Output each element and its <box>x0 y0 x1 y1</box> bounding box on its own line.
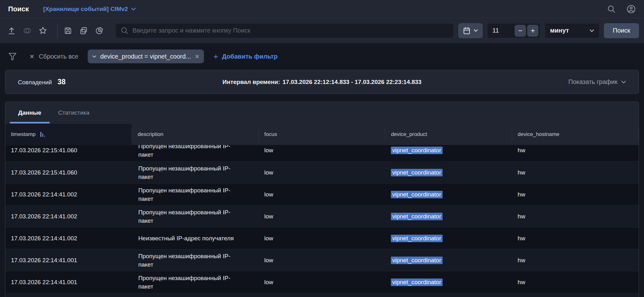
cell-device-hostname: hw <box>512 206 639 227</box>
table-row[interactable]: 17.03.2026 22:15:41.060 Пропущен незашиф… <box>5 161 639 183</box>
chevron-down-icon <box>589 29 594 32</box>
time-range-stepper: 11 − + <box>487 23 540 38</box>
sort-icon[interactable] <box>40 131 46 138</box>
cell-device-hostname: hw <box>512 145 639 161</box>
cell-device-product: vipnet_coordinator <box>385 227 512 249</box>
search-toolbar: 11 − + минут Поиск <box>0 18 644 43</box>
cell-device-product: vipnet_coordinator <box>385 249 512 271</box>
search-icon <box>121 27 129 35</box>
star-icon <box>39 26 47 35</box>
column-header-description[interactable]: description <box>132 124 258 145</box>
highlighted-value: vipnet_coordinator <box>391 191 442 198</box>
show-chart-toggle[interactable]: Показать график <box>569 78 626 86</box>
cell-device-hostname: hw <box>512 162 639 183</box>
calendar-icon <box>463 27 470 35</box>
user-account-button[interactable] <box>626 4 636 14</box>
table-row[interactable]: 17.03.2026 22:14:41.001 Пропущен незашиф… <box>5 249 639 271</box>
cell-focus: low <box>259 249 385 271</box>
cell-description: Пропущен незашифрованный IP- пакет <box>132 145 258 161</box>
cell-focus: low <box>259 227 385 249</box>
query-input[interactable] <box>132 27 449 34</box>
tab-data[interactable]: Данные <box>10 102 50 124</box>
results-tabs: Данные Статистика <box>5 102 639 124</box>
cell-device-product: vipnet_coordinator <box>385 184 512 205</box>
page-title: Поиск <box>8 5 29 13</box>
correlation-button[interactable] <box>23 27 31 35</box>
favorite-button[interactable] <box>39 27 47 35</box>
cell-description: Пропущен незашифрованный IP- пакет <box>132 184 258 205</box>
workspace-label: [Хранилище событий] CIMv2 <box>43 6 128 13</box>
highlighted-value: vipnet_coordinator <box>391 257 442 264</box>
search-icon <box>607 5 616 13</box>
user-icon <box>626 4 636 14</box>
chevron-down-icon <box>621 81 626 84</box>
filter-chip-label: device_product = vipnet_coord... <box>100 53 191 60</box>
upload-icon <box>8 27 16 35</box>
table-header: timestamp description focus device_produ… <box>5 124 639 145</box>
cell-device-hostname: hw <box>512 249 639 271</box>
cell-timestamp: 17.03.2026 22:14:41.001 <box>5 249 132 271</box>
decrement-button[interactable]: − <box>515 25 526 37</box>
cell-focus: low <box>259 162 385 183</box>
cell-device-product: vipnet_coordinator <box>385 271 512 293</box>
date-picker-button[interactable] <box>458 23 483 38</box>
copy-icon <box>80 27 88 35</box>
time-unit-select[interactable]: минут <box>545 23 600 38</box>
add-filter-button[interactable]: + Добавить фильтр <box>213 52 278 60</box>
close-icon: ✕ <box>195 53 200 60</box>
time-unit-value: минут <box>550 27 569 34</box>
column-header-device-hostname[interactable]: device_hostname <box>512 124 639 145</box>
cell-description: Пропущен незашифрованный IP- пакет <box>132 206 258 227</box>
highlighted-value: vipnet_coordinator <box>391 169 442 176</box>
cell-description: Пропущен незашифрованный IP- пакет <box>132 249 258 271</box>
time-range-value[interactable]: 11 <box>492 27 499 34</box>
cell-description: Пропущен незашифрованный IP- пакет <box>132 162 258 183</box>
workspace-selector[interactable]: [Хранилище событий] CIMv2 <box>43 6 136 13</box>
column-header-timestamp[interactable]: timestamp <box>5 124 132 145</box>
time-interval: Интервал времени:17.03.2026 22:12:14.833… <box>5 79 639 86</box>
plus-icon: + <box>213 52 218 60</box>
cell-focus: low <box>259 271 385 293</box>
export-button[interactable] <box>8 27 16 35</box>
clear-all-filters-button[interactable]: ✕ Сбросить все <box>29 53 78 60</box>
statistics-button[interactable] <box>95 27 103 35</box>
clear-all-label: Сбросить все <box>39 53 78 60</box>
cell-timestamp: 17.03.2026 22:14:41.002 <box>5 227 132 249</box>
search-submit-button[interactable]: Поиск <box>604 23 639 38</box>
table-row[interactable]: 17.03.2026 22:14:41.002 Пропущен незашиф… <box>5 183 639 205</box>
tab-statistics[interactable]: Статистика <box>50 102 98 124</box>
table-row[interactable]: 17.03.2026 22:14:41.001 Пропущен незашиф… <box>5 271 639 293</box>
venn-icon <box>23 27 32 35</box>
table-row[interactable]: 17.03.2026 22:15:41.060 Пропущен незашиф… <box>5 145 639 161</box>
pie-chart-icon <box>95 27 103 35</box>
table-row[interactable]: 17.03.2026 22:14:41.002 Неизвестный IP-а… <box>5 227 639 249</box>
column-header-focus[interactable]: focus <box>259 124 385 145</box>
copy-button[interactable] <box>80 27 88 35</box>
add-filter-label: Добавить фильтр <box>222 53 278 60</box>
cell-device-hostname: hw <box>512 184 639 205</box>
cell-timestamp: 17.03.2026 22:14:41.002 <box>5 184 132 205</box>
filter-chip[interactable]: device_product = vipnet_coord... ✕ <box>88 50 204 63</box>
top-bar: Поиск [Хранилище событий] CIMv2 <box>0 0 644 18</box>
chevron-down-icon <box>92 55 96 58</box>
highlighted-value: vipnet_coordinator <box>391 147 442 154</box>
show-chart-label: Показать график <box>569 78 618 86</box>
cell-focus: low <box>259 206 385 227</box>
time-interval-value: 17.03.2026 22:12:14.833 - 17.03.2026 22:… <box>283 79 422 85</box>
query-input-field[interactable] <box>115 23 454 38</box>
table-body[interactable]: 17.03.2026 22:15:41.060 Пропущен незашиф… <box>5 145 639 297</box>
cell-device-hostname: hw <box>512 271 639 293</box>
save-query-button[interactable] <box>64 27 72 35</box>
filter-bar: ✕ Сбросить все device_product = vipnet_c… <box>0 43 644 70</box>
results-panel: Данные Статистика timestamp description … <box>5 102 639 297</box>
remove-filter-button[interactable]: ✕ <box>195 53 200 60</box>
cell-device-product: vipnet_coordinator <box>385 145 512 161</box>
table-row[interactable]: 17.03.2026 22:14:41.002 Пропущен незашиф… <box>5 205 639 227</box>
increment-button[interactable]: + <box>527 25 538 37</box>
column-header-device-product[interactable]: device_product <box>385 124 512 145</box>
cell-device-hostname: hw <box>512 227 639 249</box>
global-search-button[interactable] <box>607 5 616 13</box>
cell-timestamp: 17.03.2026 22:14:41.002 <box>5 206 132 227</box>
highlighted-value: vipnet_coordinator <box>391 279 442 286</box>
cell-timestamp: 17.03.2026 22:14:41.001 <box>5 271 132 293</box>
